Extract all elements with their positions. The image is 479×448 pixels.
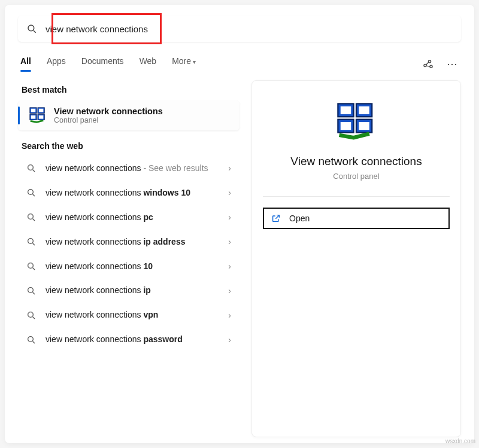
svg-line-16 bbox=[33, 170, 35, 172]
svg-point-23 bbox=[28, 263, 34, 269]
chevron-right-icon[interactable]: › bbox=[226, 163, 234, 173]
chevron-right-icon[interactable]: › bbox=[226, 286, 234, 295]
web-result-label: view network connections 10 bbox=[46, 261, 226, 272]
search-icon bbox=[26, 310, 36, 320]
open-external-icon bbox=[271, 214, 281, 223]
search-icon bbox=[26, 23, 37, 34]
search-input[interactable] bbox=[46, 24, 453, 34]
web-results-list: view network connections - See web resul… bbox=[18, 157, 240, 351]
network-connections-large-icon bbox=[335, 101, 377, 143]
chevron-right-icon[interactable]: › bbox=[226, 335, 234, 345]
web-result-label: view network connections windows 10 bbox=[46, 187, 226, 199]
search-icon bbox=[26, 237, 36, 246]
web-result-item[interactable]: view network connections ip address› bbox=[18, 230, 240, 254]
web-result-item[interactable]: view network connections ip› bbox=[18, 279, 240, 302]
content: Best match View network connections Cont… bbox=[18, 80, 461, 437]
web-result-label: view network connections ip bbox=[46, 285, 226, 296]
best-match-text: View network connections Control panel bbox=[54, 106, 163, 124]
svg-rect-8 bbox=[31, 109, 36, 112]
svg-point-15 bbox=[28, 165, 34, 170]
web-result-label: view network connections ip address bbox=[46, 236, 226, 248]
results-column: Best match View network connections Cont… bbox=[18, 80, 240, 437]
web-result-label: view network connections pc bbox=[46, 212, 226, 223]
open-button-label: Open bbox=[289, 214, 310, 223]
svg-line-26 bbox=[33, 292, 35, 294]
svg-rect-14 bbox=[39, 115, 44, 119]
web-result-item[interactable]: view network connections vpn› bbox=[18, 303, 240, 327]
svg-point-19 bbox=[28, 214, 34, 220]
search-icon bbox=[26, 188, 36, 197]
top-actions: ⋯ bbox=[422, 57, 459, 71]
svg-rect-32 bbox=[341, 106, 351, 114]
share-icon[interactable] bbox=[422, 57, 435, 71]
search-icon bbox=[26, 163, 36, 173]
detail-subtitle: Control panel bbox=[333, 172, 379, 181]
chevron-right-icon[interactable]: › bbox=[226, 310, 234, 320]
svg-rect-34 bbox=[359, 106, 369, 114]
search-icon bbox=[26, 335, 36, 345]
svg-line-22 bbox=[33, 243, 35, 245]
web-result-label: view network connections password bbox=[46, 334, 226, 345]
web-result-label: view network connections vpn bbox=[46, 309, 226, 321]
chevron-right-icon[interactable]: › bbox=[226, 261, 234, 271]
svg-line-30 bbox=[33, 341, 35, 343]
best-match-subtitle: Control panel bbox=[54, 116, 163, 124]
chevron-right-icon[interactable]: › bbox=[226, 188, 234, 197]
svg-point-29 bbox=[28, 336, 34, 342]
network-connections-icon bbox=[29, 106, 47, 124]
search-window: All Apps Documents Web More▾ ⋯ Best matc… bbox=[5, 5, 474, 443]
chevron-right-icon[interactable]: › bbox=[226, 237, 234, 246]
svg-point-4 bbox=[430, 65, 432, 68]
svg-line-24 bbox=[33, 268, 35, 270]
open-button[interactable]: Open bbox=[263, 208, 450, 229]
chevron-right-icon[interactable]: › bbox=[226, 212, 234, 222]
search-icon bbox=[26, 212, 36, 222]
web-result-item[interactable]: view network connections 10› bbox=[18, 255, 240, 278]
svg-line-20 bbox=[33, 219, 35, 221]
tab-all[interactable]: All bbox=[20, 56, 31, 72]
best-match-result[interactable]: View network connections Control panel bbox=[18, 100, 240, 130]
svg-rect-10 bbox=[39, 109, 44, 112]
searchbar[interactable] bbox=[18, 16, 461, 42]
svg-point-17 bbox=[28, 190, 34, 195]
svg-point-0 bbox=[28, 25, 34, 31]
svg-point-27 bbox=[28, 312, 34, 317]
svg-rect-12 bbox=[31, 115, 36, 119]
divider bbox=[263, 196, 450, 197]
search-icon bbox=[26, 261, 36, 271]
web-result-label: view network connections - See web resul… bbox=[46, 163, 226, 174]
watermark: wsxdn.com bbox=[445, 438, 475, 444]
svg-point-3 bbox=[428, 60, 431, 63]
web-result-item[interactable]: view network connections pc› bbox=[18, 206, 240, 229]
web-result-item[interactable]: view network connections password› bbox=[18, 328, 240, 351]
search-tabs: All Apps Documents Web More▾ bbox=[20, 56, 422, 72]
svg-line-6 bbox=[426, 66, 430, 66]
svg-line-28 bbox=[33, 316, 35, 318]
tab-more[interactable]: More▾ bbox=[172, 56, 196, 72]
tabs-row: All Apps Documents Web More▾ ⋯ bbox=[18, 56, 461, 72]
svg-line-1 bbox=[34, 31, 36, 33]
best-match-heading: Best match bbox=[22, 85, 240, 95]
detail-panel: View network connections Control panel O… bbox=[251, 80, 461, 437]
chevron-down-icon: ▾ bbox=[193, 59, 196, 65]
svg-line-18 bbox=[33, 194, 35, 196]
web-result-item[interactable]: view network connections - See web resul… bbox=[18, 157, 240, 180]
tab-documents[interactable]: Documents bbox=[81, 56, 124, 72]
svg-rect-38 bbox=[359, 122, 369, 130]
tab-web[interactable]: Web bbox=[140, 56, 157, 72]
detail-title: View network connections bbox=[290, 155, 422, 168]
web-result-item[interactable]: view network connections windows 10› bbox=[18, 181, 240, 205]
more-options-icon[interactable]: ⋯ bbox=[445, 57, 459, 71]
svg-point-25 bbox=[28, 288, 34, 293]
search-web-heading: Search the web bbox=[22, 141, 240, 151]
svg-point-2 bbox=[424, 64, 426, 66]
svg-rect-36 bbox=[341, 122, 351, 130]
svg-line-5 bbox=[426, 62, 429, 65]
search-icon bbox=[26, 286, 36, 295]
tab-apps[interactable]: Apps bbox=[47, 56, 66, 72]
best-match-title: View network connections bbox=[54, 106, 163, 116]
searchbar-container bbox=[18, 16, 461, 42]
svg-point-21 bbox=[28, 239, 34, 244]
